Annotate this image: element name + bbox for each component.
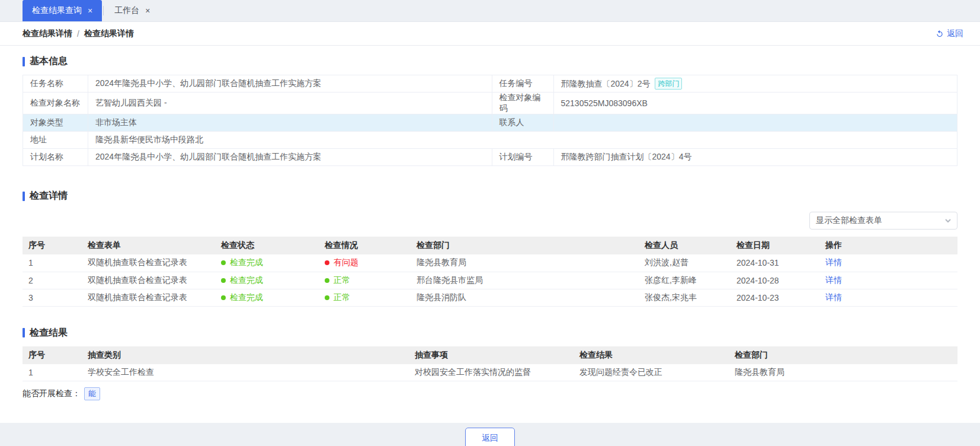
cell-department: 隆尧县教育局	[411, 254, 639, 272]
field-label: 检查对象名称	[23, 93, 88, 114]
breadcrumb: 检查结果详情 / 检查结果详情	[23, 28, 134, 39]
status-text: 检查完成	[230, 257, 263, 267]
tab-label: 检查结果查询	[32, 5, 82, 16]
cell-situation: 有问题	[319, 254, 411, 272]
filter-row: 显示全部检查表单	[23, 212, 957, 230]
cell-inspectors: 刘洪波,赵普	[639, 254, 731, 272]
table-row: 1 学校安全工作检查 对校园安全工作落实情况的监督 发现问题经责令已改正 隆尧县…	[23, 364, 957, 381]
cell-index: 1	[23, 254, 82, 272]
table-header-row: 序号 检查表单 检查状态 检查情况 检查部门 检查人员 检查日期 操作	[23, 237, 957, 254]
field-label: 检查对象编码	[492, 93, 553, 114]
table-row: 1 双随机抽查联合检查记录表 检查完成 有问题 隆尧县教育局 刘洪波,赵普 20…	[23, 254, 957, 272]
form-filter-value: 显示全部检查表单	[816, 215, 882, 226]
section-title-basic-info: 基本信息	[23, 46, 957, 68]
can-inspect-label: 能否开展检查：	[23, 388, 81, 399]
column-header: 序号	[23, 346, 82, 364]
close-icon[interactable]: ×	[88, 7, 92, 15]
column-header: 检查部门	[729, 346, 957, 364]
field-value: 艺智幼儿园西关园 -	[88, 93, 492, 114]
cell-inspectors: 张俊杰,宋兆丰	[639, 289, 731, 306]
cell-form-name: 双随机抽查联合检查记录表	[82, 254, 215, 272]
table-row: 检查对象名称 艺智幼儿园西关园 - 检查对象编码 52130525MJ08309…	[23, 93, 957, 114]
column-header: 检查结果	[574, 346, 729, 364]
tab-bar: 检查结果查询 × 工作台 ×	[0, 0, 980, 21]
section-title-inspection-detail: 检查详情	[23, 190, 957, 202]
field-value: 52130525MJ083096XB	[553, 93, 957, 114]
breadcrumb-separator: /	[77, 29, 79, 39]
field-label: 对象类型	[23, 114, 88, 132]
cell-category: 学校安全工作检查	[82, 364, 409, 381]
cell-department: 隆尧县教育局	[729, 364, 957, 381]
cell-index: 2	[23, 272, 82, 289]
main-content: 基本信息 任务名称 2024年隆尧县中小学、幼儿园部门联合随机抽查工作实施方案 …	[0, 46, 980, 446]
cell-date: 2024-10-28	[731, 272, 819, 289]
situation-dot-green	[325, 278, 329, 283]
breadcrumb-bar: 检查结果详情 / 检查结果详情 返回	[0, 22, 980, 46]
situation-dot-red	[325, 260, 329, 265]
field-label: 联系人	[492, 114, 553, 132]
status-dot-green	[221, 295, 226, 300]
table-row: 计划名称 2024年隆尧县中小学、幼儿园部门联合随机抽查工作实施方案 计划编号 …	[23, 149, 957, 166]
close-icon[interactable]: ×	[145, 7, 150, 15]
status-text: 检查完成	[230, 292, 263, 302]
table-row: 3 双随机抽查联合检查记录表 检查完成 正常 隆尧县消防队 张俊杰,宋兆丰 20…	[23, 289, 957, 306]
inspection-detail-table: 序号 检查表单 检查状态 检查情况 检查部门 检查人员 检查日期 操作 1 双随…	[23, 237, 957, 307]
field-value: 2024年隆尧县中小学、幼儿园部门联合随机抽查工作实施方案	[88, 75, 492, 93]
cell-form-name: 双随机抽查联合检查记录表	[82, 272, 215, 289]
cell-index: 3	[23, 289, 82, 306]
cell-action: 详情	[819, 289, 957, 306]
cell-situation: 正常	[319, 272, 411, 289]
back-button[interactable]: 返回	[465, 428, 515, 446]
column-header: 抽查类别	[82, 346, 409, 364]
back-link-label: 返回	[947, 28, 963, 39]
tab-divider	[103, 6, 104, 15]
cell-action: 详情	[819, 254, 957, 272]
situation-text: 正常	[334, 275, 350, 285]
column-header: 检查日期	[731, 237, 819, 254]
tab-workbench[interactable]: 工作台 ×	[105, 0, 159, 21]
inspection-result-table: 序号 抽查类别 抽查事项 检查结果 检查部门 1 学校安全工作检查 对校园安全工…	[23, 346, 957, 382]
cross-department-badge: 跨部门	[655, 78, 682, 90]
column-header: 序号	[23, 237, 82, 254]
table-header-row: 序号 抽查类别 抽查事项 检查结果 检查部门	[23, 346, 957, 364]
tab-inspection-result-query[interactable]: 检查结果查询 ×	[23, 0, 102, 21]
status-dot-green	[221, 278, 226, 283]
cell-date: 2024-10-31	[731, 254, 819, 272]
field-label: 地址	[23, 132, 88, 149]
column-header: 检查部门	[411, 237, 639, 254]
content-panel: 检查结果详情 / 检查结果详情 返回 基本信息 任务名称 2024年隆尧县中小学…	[0, 21, 980, 423]
detail-link[interactable]: 详情	[825, 257, 842, 267]
cell-action: 详情	[819, 272, 957, 289]
column-header: 检查情况	[319, 237, 411, 254]
cell-inspectors: 张彦红,李新峰	[639, 272, 731, 289]
column-header: 操作	[819, 237, 957, 254]
task-number-text: 邢隆教抽查〔2024〕2号	[561, 79, 651, 88]
situation-dot-green	[325, 295, 329, 300]
cell-status: 检查完成	[215, 289, 319, 306]
cell-index: 1	[23, 364, 82, 381]
table-row-highlighted: 对象类型 非市场主体 联系人	[23, 114, 957, 132]
column-header: 抽查事项	[409, 346, 574, 364]
table-row: 地址 隆尧县新华便民市场中段路北	[23, 132, 957, 149]
back-link-top[interactable]: 返回	[936, 28, 963, 39]
field-value: 隆尧县新华便民市场中段路北	[88, 132, 957, 149]
rotate-left-icon	[936, 30, 944, 38]
field-value	[553, 114, 957, 132]
cell-status: 检查完成	[215, 272, 319, 289]
field-value: 邢隆教抽查〔2024〕2号跨部门	[553, 75, 957, 93]
column-header: 检查表单	[82, 237, 215, 254]
form-filter-select[interactable]: 显示全部检查表单	[809, 212, 957, 230]
cell-status: 检查完成	[215, 254, 319, 272]
field-label: 任务名称	[23, 75, 88, 93]
detail-link[interactable]: 详情	[825, 275, 842, 285]
breadcrumb-item[interactable]: 检查结果详情	[23, 28, 72, 39]
cell-situation: 正常	[319, 289, 411, 306]
can-inspect-line: 能否开展检查： 能	[23, 387, 957, 400]
column-header: 检查人员	[639, 237, 731, 254]
cell-date: 2024-10-23	[731, 289, 819, 306]
cell-department: 隆尧县消防队	[411, 289, 639, 306]
can-inspect-badge[interactable]: 能	[84, 387, 100, 400]
detail-link[interactable]: 详情	[825, 292, 842, 302]
cell-result: 发现问题经责令已改正	[574, 364, 729, 381]
field-value: 邢隆教跨部门抽查计划〔2024〕4号	[553, 149, 957, 166]
